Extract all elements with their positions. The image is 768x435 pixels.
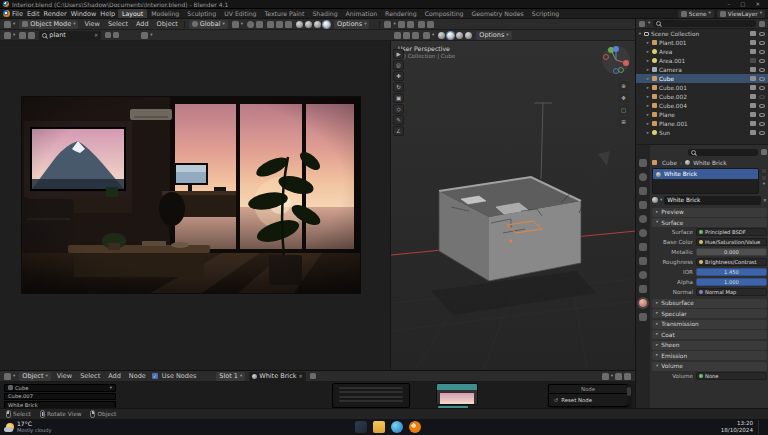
workspace-tab-rendering[interactable]: Rendering — [381, 9, 421, 18]
navigation-gizmo[interactable] — [601, 45, 631, 79]
taskbar-clock[interactable]: 13:20 18/10/2024 — [721, 420, 753, 434]
outliner-row[interactable]: ▸Plane.001 — [636, 119, 768, 128]
image-texture-node[interactable] — [436, 383, 478, 405]
outliner-row[interactable]: ▸Cube.002 — [636, 92, 768, 101]
measure-tool[interactable]: ∠ — [393, 126, 404, 136]
scrollbar[interactable] — [627, 384, 631, 406]
workspace-tab-compositing[interactable]: Compositing — [421, 9, 468, 18]
outliner-row[interactable]: ▸Cube.004 — [636, 101, 768, 110]
ortho-toggle-icon[interactable]: ⊞ — [618, 117, 629, 127]
path-object-data[interactable]: Cube.007 — [4, 393, 116, 401]
tab-world[interactable] — [639, 229, 647, 237]
roughness-node-button[interactable]: Brightness/Contrast — [696, 258, 767, 266]
filter-icon[interactable] — [759, 21, 765, 27]
slot-dropdown[interactable]: Slot 1▾ — [216, 372, 245, 381]
menu-window[interactable]: Window — [69, 10, 99, 18]
outliner-row[interactable]: ▸Sun — [636, 128, 768, 137]
render-visibility-icon[interactable] — [750, 40, 756, 45]
alpha-slider[interactable]: 1.000 — [696, 278, 767, 286]
hide-viewport-icon[interactable] — [759, 68, 765, 72]
rendered-shading-icon[interactable] — [465, 32, 472, 39]
section-transmission[interactable]: ▸Transmission — [652, 320, 767, 329]
snapping-controls[interactable]: ▾ — [232, 21, 243, 28]
workspace-tab-animation[interactable]: Animation — [342, 9, 382, 18]
hide-viewport-icon[interactable] — [759, 50, 765, 54]
render-visibility-icon[interactable] — [750, 85, 756, 90]
hide-viewport-icon[interactable] — [759, 104, 765, 108]
material-datablock[interactable]: White Brick ✕ — [249, 372, 305, 381]
render-visibility-icon[interactable] — [750, 58, 756, 63]
image-datablock-selector[interactable]: plant ✕ — [39, 31, 101, 40]
hide-viewport-icon[interactable] — [759, 113, 765, 117]
close-icon[interactable]: ✕ — [94, 32, 98, 38]
surface-shader-button[interactable]: Principled BSDF — [696, 228, 767, 236]
section-preview[interactable]: ▸Preview — [652, 208, 767, 217]
gizmo-overlay-toggles[interactable] — [267, 21, 292, 28]
window-minimize-button[interactable]: – — [722, 1, 735, 7]
ior-slider[interactable]: 1.450 — [696, 268, 767, 276]
tab-physics[interactable] — [639, 271, 647, 279]
menu-select[interactable]: Select — [78, 372, 102, 380]
editor-type-button[interactable]: ▾ — [4, 21, 15, 28]
transform-tool[interactable]: ◇ — [393, 104, 404, 114]
tab-object[interactable] — [639, 243, 647, 251]
options-dropdown[interactable]: Options▾ — [476, 31, 511, 40]
menu-select[interactable]: Select — [106, 20, 130, 28]
render-visibility-icon[interactable] — [750, 130, 756, 135]
open-dropdown-menu[interactable] — [332, 383, 410, 408]
tab-material[interactable] — [639, 299, 647, 307]
shader-snap-controls[interactable]: ▾ — [602, 373, 631, 380]
editor-type-button[interactable]: ▾ — [4, 32, 15, 39]
section-subsurface[interactable]: ▸Subsurface — [652, 299, 767, 308]
mode-dropdown[interactable]: Object Mode▾ — [19, 20, 78, 29]
menu-add[interactable]: Add — [134, 20, 151, 28]
unlink-material-icon[interactable]: ✕ — [763, 197, 767, 203]
volume-node-button[interactable]: None — [696, 372, 767, 380]
pin-icon[interactable] — [310, 373, 316, 379]
hide-viewport-icon[interactable] — [759, 95, 765, 99]
viewport2-snap[interactable]: ▾ — [423, 32, 434, 39]
render-visibility-icon[interactable] — [750, 112, 756, 117]
pan-icon[interactable]: ✥ — [618, 93, 629, 103]
wireframe-shading-icon[interactable] — [296, 21, 303, 28]
window-close-button[interactable]: ✕ — [750, 1, 765, 7]
blender-logo-icon[interactable] — [3, 10, 10, 17]
image-display-icons[interactable]: ▾ — [141, 32, 152, 39]
material-name-field[interactable]: White Brick — [664, 196, 761, 205]
section-coat[interactable]: ▸Coat — [652, 330, 767, 339]
workspace-tab-shading[interactable]: Shading — [308, 9, 341, 18]
tab-scene[interactable] — [639, 215, 647, 223]
proportional-edit-controls[interactable] — [247, 21, 263, 28]
annotate-tool[interactable]: ✎ — [393, 115, 404, 125]
render-visibility-icon[interactable] — [750, 94, 756, 99]
tab-modifiers[interactable] — [639, 257, 647, 265]
material-preview-icon[interactable] — [314, 21, 321, 28]
tab-object-data[interactable] — [639, 285, 647, 293]
tab-view-layer[interactable] — [639, 201, 647, 209]
menu-file[interactable]: File — [10, 10, 25, 18]
viewport2-header-icons[interactable]: ▾ — [384, 21, 413, 28]
tab-texture[interactable] — [639, 313, 647, 321]
outliner-row[interactable]: ▸Plant.001 — [636, 38, 768, 47]
menu-node[interactable]: Node — [127, 372, 148, 380]
tab-output[interactable] — [639, 187, 647, 195]
workspace-tab-texture-paint[interactable]: Texture Paint — [260, 9, 308, 18]
file-explorer-icon[interactable] — [373, 421, 385, 433]
menu-object[interactable]: Object — [155, 20, 180, 28]
metallic-slider[interactable]: 0.000 — [696, 248, 767, 256]
viewport2-shading-modes[interactable] — [438, 32, 472, 39]
filter-icon[interactable] — [761, 149, 767, 155]
image-pin-icons[interactable] — [105, 32, 119, 38]
weather-widget[interactable]: 17°CMostly cloudy — [6, 421, 51, 433]
shader-node-canvas[interactable]: Cube▾ Cube.007 White Brick Node ↺Reset N… — [0, 382, 635, 409]
scale-tool[interactable]: ▣ — [393, 93, 404, 103]
rotate-tool[interactable]: ↻ — [393, 82, 404, 92]
menu-help[interactable]: Help — [98, 10, 117, 18]
add-slot-button[interactable] — [761, 168, 767, 174]
render-visibility-icon[interactable] — [750, 49, 756, 54]
workspace-tab-modeling[interactable]: Modeling — [147, 9, 183, 18]
solid-shading-icon[interactable] — [447, 32, 454, 39]
browser-icon[interactable] — [391, 421, 403, 433]
workspace-tab-scripting[interactable]: Scripting — [528, 9, 564, 18]
workspace-tab-uv-editing[interactable]: UV Editing — [220, 9, 260, 18]
